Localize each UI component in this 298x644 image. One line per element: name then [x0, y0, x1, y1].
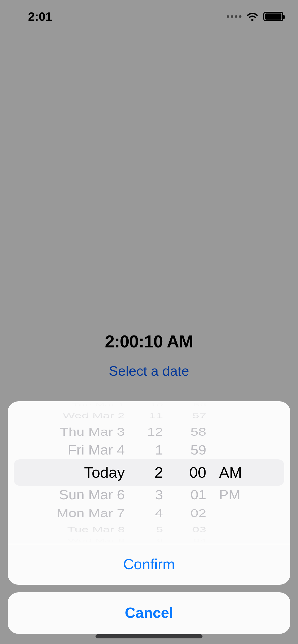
hour-option[interactable]: 1	[155, 442, 163, 459]
hour-option[interactable]: 12	[147, 425, 163, 439]
ampm-option-selected[interactable]: AM	[219, 459, 242, 486]
hour-wheel[interactable]: 10 11 12 1 2 3 4 5 6	[127, 401, 166, 544]
date-option[interactable]: Fri Mar 4	[68, 442, 125, 459]
hour-option[interactable]: 4	[155, 506, 163, 521]
date-option[interactable]: Wed Mar 2	[63, 411, 125, 420]
minute-wheel[interactable]: 56 57 58 59 00 01 02 03 04	[166, 401, 209, 544]
ampm-wheel[interactable]: AM PM	[209, 401, 275, 544]
hour-option[interactable]: 5	[156, 525, 163, 534]
minute-option[interactable]: 59	[191, 442, 206, 459]
action-sheet: Tue Mar 1 Wed Mar 2 Thu Mar 3 Fri Mar 4 …	[0, 401, 298, 644]
date-option[interactable]: Wed Mar 9	[68, 539, 125, 542]
hour-option[interactable]: 10	[150, 403, 163, 406]
ampm-spacer	[219, 442, 223, 459]
minute-option[interactable]: 01	[191, 487, 206, 503]
datetime-picker[interactable]: Tue Mar 1 Wed Mar 2 Thu Mar 3 Fri Mar 4 …	[8, 401, 290, 544]
date-wheel[interactable]: Tue Mar 1 Wed Mar 2 Thu Mar 3 Fri Mar 4 …	[18, 401, 127, 544]
date-option[interactable]: Tue Mar 1	[72, 403, 125, 406]
hour-option[interactable]: 6	[156, 539, 163, 542]
minute-option[interactable]: 02	[191, 506, 206, 521]
cancel-label: Cancel	[125, 604, 173, 621]
minute-option-selected[interactable]: 00	[189, 459, 206, 486]
hour-option-selected[interactable]: 2	[155, 459, 163, 486]
minute-option[interactable]: 04	[193, 539, 206, 542]
ampm-spacer	[219, 539, 222, 542]
ampm-option[interactable]: PM	[219, 487, 240, 503]
ampm-spacer	[219, 425, 223, 439]
hour-option[interactable]: 3	[155, 487, 163, 503]
date-option-selected[interactable]: Today	[84, 459, 125, 486]
date-option[interactable]: Tue Mar 8	[67, 525, 125, 534]
confirm-label: Confirm	[123, 556, 175, 572]
minute-option[interactable]: 57	[192, 411, 206, 420]
hour-option[interactable]: 11	[149, 411, 163, 420]
ampm-spacer	[219, 506, 223, 521]
minute-option[interactable]: 56	[193, 403, 206, 406]
confirm-button[interactable]: Confirm	[8, 544, 290, 585]
ampm-spacer	[219, 411, 223, 420]
minute-option[interactable]: 03	[192, 525, 206, 534]
ampm-spacer	[219, 525, 223, 534]
date-option[interactable]: Mon Mar 7	[57, 506, 125, 521]
date-option[interactable]: Sun Mar 6	[59, 487, 125, 503]
ampm-spacer	[219, 403, 222, 406]
cancel-button[interactable]: Cancel	[8, 592, 290, 634]
home-indicator[interactable]	[96, 634, 202, 638]
minute-option[interactable]: 58	[191, 425, 206, 439]
date-option[interactable]: Thu Mar 3	[60, 425, 125, 439]
picker-card: Tue Mar 1 Wed Mar 2 Thu Mar 3 Fri Mar 4 …	[8, 401, 290, 585]
